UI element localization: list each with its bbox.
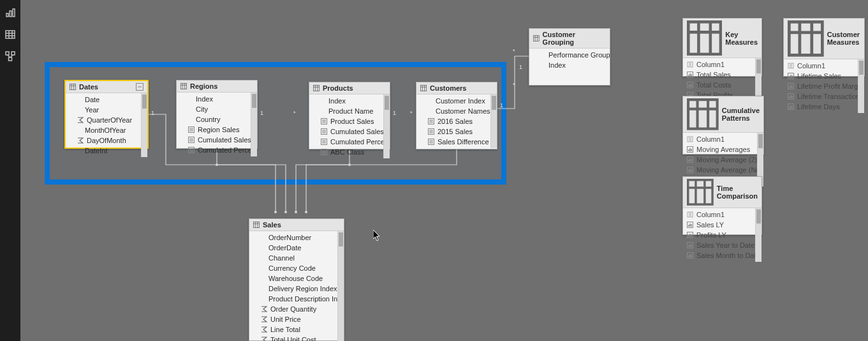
cardinality-label: 1 [500,102,503,109]
measure-field[interactable]: Total Costs [683,80,755,90]
measure-icon [687,222,693,228]
table-field[interactable]: Cumulated Sales [309,126,383,137]
field-label: Moving Averages [696,146,750,153]
card-header[interactable]: Customer Measures [784,19,864,59]
table-header[interactable]: Customers [416,82,497,95]
table-field[interactable]: Total Unit Cost [249,335,337,341]
table-field[interactable]: Line Total [249,324,337,335]
table-field[interactable]: Unit Price [249,314,337,324]
table-field[interactable]: Channel [249,253,337,263]
table-field[interactable]: Sales Difference [416,137,490,147]
measure-card-key[interactable]: Key MeasuresColumn1Total SalesTotal Cost… [682,18,762,77]
field-list: Column1Sales LYProfits LYSales Year to D… [683,208,755,262]
table-regions[interactable]: RegionsIndexCityCountryRegion SalesCumul… [176,80,258,149]
svg-rect-133 [688,137,689,142]
scrollbar[interactable] [383,95,390,158]
measure-field[interactable]: Moving Averages [683,144,757,155]
table-field[interactable]: Cumulated Percenta [177,145,251,155]
table-field[interactable]: Country [177,114,251,125]
calculated-column-icon [321,139,327,145]
table-field[interactable]: Year [66,105,141,115]
table-cgroup[interactable]: Customer GroupingPerformance GroupIndex [529,28,610,86]
report-view-button[interactable] [0,3,20,23]
cardinality-label: 1 [260,110,263,116]
table-header[interactable]: Products [309,82,390,95]
measure-field[interactable]: Lifetime Sales [784,71,858,81]
table-field[interactable]: Performance Group [529,50,610,60]
table-field[interactable]: Product Description Index [249,294,337,304]
field-label: Currency Code [268,264,316,272]
measure-field[interactable]: Sales Year to Date [683,240,755,250]
measure-field[interactable]: Profits LY [683,230,755,240]
table-field[interactable]: Product Sales [309,116,383,126]
table-header[interactable]: Customer Grouping [529,29,610,49]
scrollbar[interactable] [251,93,257,156]
card-header[interactable]: Cumulative Patterns [683,96,763,133]
scrollbar[interactable] [858,59,864,113]
svg-rect-138 [691,149,692,151]
measure-field[interactable]: Moving Average (No [683,165,757,175]
table-header[interactable]: Dates [66,81,147,93]
measure-field[interactable]: Lifetime Profit Margi [784,81,858,91]
table-customers[interactable]: CustomersCustomer IndexCustomer Names201… [416,82,497,149]
scrollbar[interactable] [337,231,344,341]
card-header[interactable]: Key Measures [683,19,761,58]
table-sales[interactable]: SalesOrderNumberOrderDateChannelCurrency… [249,218,344,341]
field-label: Total Unit Cost [270,336,316,341]
measure-field[interactable]: Column1 [784,61,858,71]
table-field[interactable]: Region Sales [177,125,251,135]
table-field[interactable]: Cumulated Percenta [309,137,383,147]
measure-field[interactable]: Total Sales [683,70,755,80]
measure-field[interactable]: Lifetime Transactions [784,91,858,102]
table-field[interactable]: 2016 Sales [416,116,490,126]
measure-field[interactable]: Column1 [683,59,755,70]
table-field[interactable]: Currency Code [249,263,337,273]
table-field[interactable]: Customer Names [416,106,490,116]
measure-field[interactable]: Moving Average (2) [683,155,757,165]
table-field[interactable]: Index [309,96,383,106]
table-field[interactable]: Date [66,95,141,105]
table-field[interactable]: Product Name [309,106,383,116]
table-field[interactable]: Index [177,94,251,104]
card-header[interactable]: Time Comparison [683,177,761,208]
model-canvas[interactable]: DatesDateYearQuarterOfYearMonthOfYearDay… [20,0,868,341]
table-field[interactable]: Order Quantity [249,304,337,314]
collapse-icon[interactable] [136,83,143,91]
table-field[interactable]: City [177,104,251,114]
table-field[interactable]: Delivery Region Index [249,284,337,294]
table-field[interactable]: DateInt [66,146,141,156]
table-field[interactable]: DayOfMonth [66,135,141,146]
field-label: Lifetime Profit Margi [797,82,858,90]
table-field[interactable]: Cumulated Sales [177,135,251,145]
measure-card-cum[interactable]: Cumulative PatternsColumn1Moving Average… [682,96,764,155]
scrollbar[interactable] [490,95,497,148]
table-field[interactable]: OrderDate [249,243,337,253]
table-field[interactable]: Warehouse Code [249,273,337,284]
table-products[interactable]: ProductsIndexProduct NameProduct SalesCu… [309,82,390,149]
table-header[interactable]: Sales [249,219,344,231]
table-field[interactable]: MonthOfYear [66,125,141,135]
table-field[interactable]: Customer Index [416,96,490,106]
scrollbar[interactable] [141,93,147,157]
measure-card-cust[interactable]: Customer MeasuresColumn1Lifetime SalesLi… [783,18,865,77]
table-field[interactable]: Index [529,60,610,70]
measure-card-time[interactable]: Time ComparisonColumn1Sales LYProfits LY… [682,176,762,235]
measure-field[interactable]: Sales LY [683,220,755,230]
measure-field[interactable]: Sales Month to Date [683,250,755,261]
field-label: Lifetime Days [797,103,840,110]
measure-field[interactable]: Column1 [683,134,757,144]
table-field[interactable]: ABC Class [309,147,383,157]
table-dates[interactable]: DatesDateYearQuarterOfYearMonthOfYearDay… [64,80,149,149]
table-header[interactable]: Regions [177,80,257,93]
svg-rect-85 [688,22,721,54]
svg-rect-129 [688,100,717,129]
measure-field[interactable]: Column1 [683,209,755,220]
measure-field[interactable]: Lifetime Days [784,102,858,112]
table-field[interactable]: 2015 Sales [416,126,490,137]
scrollbar[interactable] [755,208,761,262]
table-field[interactable]: OrderNumber [249,232,337,243]
table-field[interactable]: QuarterOfYear [66,115,141,125]
model-view-button[interactable] [0,46,20,66]
data-view-button[interactable] [0,24,20,45]
field-label: Total Sales [696,71,731,79]
